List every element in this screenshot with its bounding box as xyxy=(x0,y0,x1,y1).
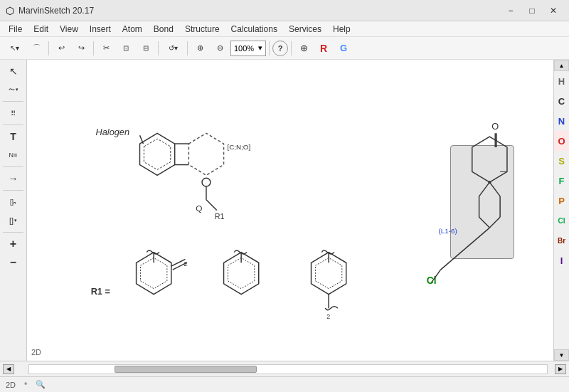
scrollbar-track[interactable] xyxy=(28,364,548,374)
element-n-button[interactable]: N xyxy=(554,111,570,131)
svg-marker-30 xyxy=(472,137,507,182)
element-s-button[interactable]: S xyxy=(554,151,570,171)
wave-tool-button[interactable]: 〜 ▾ xyxy=(3,81,24,98)
minimize-button[interactable]: − xyxy=(501,4,521,18)
toolbar-sep-5 xyxy=(269,41,270,55)
scroll-right-button[interactable]: ▶ xyxy=(555,364,566,374)
main-toolbar: ↖▾ ⌒ ↩ ↪ ✂ ⊡ ⊟ ↺▾ ⊕ ⊖ 100% ▾ ? ⊕ R G xyxy=(0,37,569,60)
right-toolbar: ▲ H C N O S F P Cl Br I ▼ xyxy=(553,60,569,361)
window-controls: − □ ✕ xyxy=(501,4,563,18)
copy-button[interactable]: ⊡ xyxy=(117,40,135,57)
horizontal-scrollbar: ◀ ▶ xyxy=(0,361,569,376)
scroll-left-button[interactable]: ◀ xyxy=(3,364,14,374)
undo-button[interactable]: ↩ xyxy=(52,40,70,57)
svg-line-32 xyxy=(479,182,490,196)
cut-button[interactable]: ✂ xyxy=(97,40,115,57)
left-toolbar: ↖ 〜 ▾ ⠿ T N≡ → []ₙ []▾ + − xyxy=(0,60,27,361)
canvas-area[interactable]: Halogen [C;N;O] xyxy=(27,60,553,361)
svg-marker-0 xyxy=(140,133,175,175)
bond-grid-button[interactable]: ⠿ xyxy=(3,105,24,122)
right-scroll-up[interactable]: ▲ xyxy=(554,60,569,71)
add-button[interactable]: + xyxy=(3,235,24,253)
halogen-label: Halogen xyxy=(96,127,130,137)
element-h-button[interactable]: H xyxy=(554,71,570,91)
element-i-button[interactable]: I xyxy=(554,250,570,270)
svg-line-33 xyxy=(489,182,500,196)
zoom-value: 100% xyxy=(234,44,254,53)
element-br-button[interactable]: Br xyxy=(554,231,570,250)
svg-line-36 xyxy=(479,217,490,228)
close-button[interactable]: ✕ xyxy=(543,4,563,18)
zoom-in-button[interactable]: ⊕ xyxy=(191,40,209,57)
svg-text:[C;N;O]: [C;N;O] xyxy=(227,143,250,151)
title-bar: ⬡ MarvinSketch 20.17 − □ ✕ xyxy=(0,0,569,21)
svg-line-9 xyxy=(206,200,217,211)
status-bar: 2D * 🔍 xyxy=(0,376,569,392)
svg-text:O: O xyxy=(491,121,499,132)
element-o-button[interactable]: O xyxy=(554,131,570,151)
scrollbar-thumb[interactable] xyxy=(115,366,257,373)
svg-text:R1: R1 xyxy=(215,212,225,221)
right-scroll-down[interactable]: ▼ xyxy=(554,349,569,361)
mode-indicator: 2D xyxy=(6,381,16,389)
search-icon[interactable]: 🔍 xyxy=(36,380,46,389)
molecule-canvas[interactable]: Halogen [C;N;O] xyxy=(27,60,553,361)
arrow-tool-button[interactable]: ↖ xyxy=(3,63,24,80)
menu-structure[interactable]: Structure xyxy=(179,21,225,36)
r-group-button[interactable]: R xyxy=(314,40,333,57)
mode-label: 2D xyxy=(31,348,41,356)
zoom-dropdown-icon: ▾ xyxy=(258,43,262,53)
element-panel: H C N O S F P Cl Br I xyxy=(554,71,570,349)
left-sep-3 xyxy=(3,166,24,167)
maximize-button[interactable]: □ xyxy=(522,4,542,18)
help-button[interactable]: ? xyxy=(272,41,288,56)
toolbar-sep-1 xyxy=(48,41,49,55)
svg-text:R1 =: R1 = xyxy=(91,286,110,297)
menu-file[interactable]: File xyxy=(3,21,28,36)
selection-tool-button[interactable]: ↖▾ xyxy=(3,40,26,57)
element-f-button[interactable]: F xyxy=(554,171,570,191)
element-cl-button[interactable]: Cl xyxy=(554,211,570,231)
menu-insert[interactable]: Insert xyxy=(84,21,117,36)
template-button[interactable]: ↺▾ xyxy=(161,40,184,57)
g-icon-button[interactable]: G xyxy=(334,40,353,57)
paste-button[interactable]: ⊟ xyxy=(137,40,155,57)
zoom-out-button[interactable]: ⊖ xyxy=(211,40,229,57)
svg-line-37 xyxy=(489,217,500,228)
toolbar-sep-4 xyxy=(187,41,188,55)
toolbar-sep-3 xyxy=(158,41,159,55)
svg-text:2: 2 xyxy=(326,313,330,320)
arrow-straight-button[interactable]: → xyxy=(3,170,24,187)
main-area: ↖ 〜 ▾ ⠿ T N≡ → []ₙ []▾ + − Halogen xyxy=(0,60,569,361)
menu-view[interactable]: View xyxy=(54,21,84,36)
ntext-tool-button[interactable]: N≡ xyxy=(3,147,24,164)
toolbar-sep-2 xyxy=(93,41,94,55)
menu-services[interactable]: Services xyxy=(283,21,327,36)
minus-button[interactable]: − xyxy=(3,254,24,271)
svg-text:2: 2 xyxy=(184,260,187,267)
toolbar-sep-6 xyxy=(291,41,292,55)
svg-marker-3 xyxy=(188,133,223,175)
svg-point-7 xyxy=(202,178,211,186)
text-tool-button[interactable]: T xyxy=(3,128,24,145)
ring-icon-button[interactable]: ⊕ xyxy=(294,40,313,57)
left-sep-4 xyxy=(3,190,24,191)
menu-calculations[interactable]: Calculations xyxy=(225,21,283,36)
redo-button[interactable]: ↪ xyxy=(72,40,90,57)
svg-text:Q: Q xyxy=(196,203,202,213)
bracket-n-button[interactable]: []ₙ xyxy=(3,194,24,211)
element-c-button[interactable]: C xyxy=(554,91,570,111)
status-star: * xyxy=(24,381,27,389)
left-sep-2 xyxy=(3,125,24,125)
element-p-button[interactable]: P xyxy=(554,191,570,211)
menu-atom[interactable]: Atom xyxy=(117,21,148,36)
zoom-selector[interactable]: 100% ▾ xyxy=(230,41,266,56)
menu-edit[interactable]: Edit xyxy=(28,21,54,36)
lasso-tool-button[interactable]: ⌒ xyxy=(27,40,46,57)
left-sep-1 xyxy=(3,101,24,102)
menu-help[interactable]: Help xyxy=(327,21,356,36)
bracket-button[interactable]: []▾ xyxy=(3,212,24,229)
menu-bond[interactable]: Bond xyxy=(148,21,179,36)
left-sep-5 xyxy=(3,232,24,233)
menu-bar: File Edit View Insert Atom Bond Structur… xyxy=(0,21,569,37)
